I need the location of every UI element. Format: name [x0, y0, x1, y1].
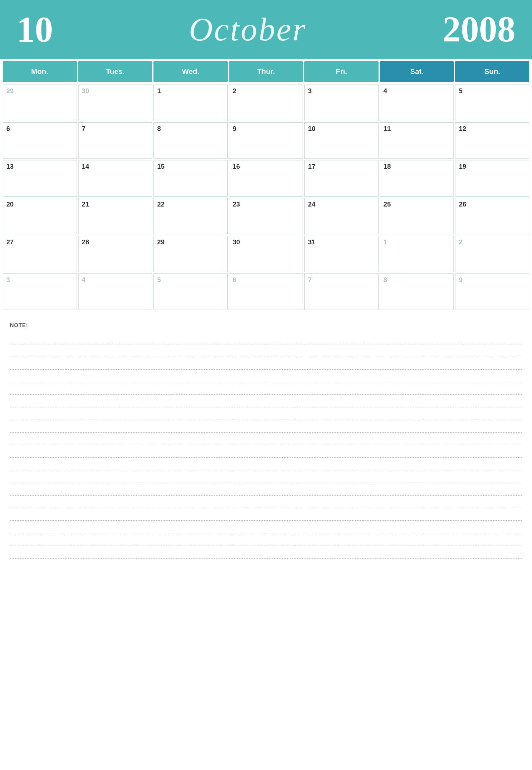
day-number: 11 — [384, 125, 391, 132]
day-number: 14 — [82, 163, 89, 170]
notes-line — [10, 458, 522, 470]
cal-cell-week5-day6: 9 — [455, 273, 529, 310]
day-number: 2 — [459, 238, 462, 246]
day-number: 9 — [233, 125, 236, 132]
cal-cell-week0-day6: 5 — [455, 85, 529, 121]
cal-cell-week5-day3: 6 — [229, 273, 303, 310]
day-number: 3 — [308, 87, 312, 94]
cal-cell-week3-day2: 22 — [153, 198, 228, 234]
cal-cell-week1-day4: 10 — [304, 122, 379, 159]
day-number: 30 — [82, 87, 89, 94]
cal-cell-week1-day3: 9 — [229, 122, 303, 159]
day-number: 1 — [157, 87, 161, 94]
cal-cell-week0-day5: 4 — [380, 85, 454, 121]
day-number: 2 — [233, 87, 236, 94]
cal-cell-week4-day3: 30 — [229, 236, 303, 272]
day-number: 6 — [6, 125, 10, 132]
notes-lines — [10, 332, 522, 559]
day-number: 12 — [459, 125, 466, 132]
cal-cell-week3-day3: 23 — [229, 198, 303, 234]
cal-cell-week4-day4: 31 — [304, 236, 379, 272]
cal-cell-week2-day6: 19 — [455, 160, 529, 197]
day-header-mon: Mon. — [3, 61, 77, 82]
day-number: 31 — [308, 238, 315, 246]
month-name: October — [189, 10, 307, 48]
cal-cell-week5-day0: 3 — [3, 273, 77, 310]
notes-line — [10, 420, 522, 433]
cal-cell-week3-day1: 21 — [78, 198, 152, 234]
day-number: 4 — [82, 276, 86, 283]
cal-cell-week2-day5: 18 — [380, 160, 454, 197]
day-header-thur: Thur. — [229, 61, 303, 82]
day-number: 9 — [459, 276, 462, 283]
cal-cell-week5-day1: 4 — [78, 273, 152, 310]
year: 2008 — [443, 8, 515, 50]
notes-line — [10, 445, 522, 458]
notes-label: NOTE: — [10, 323, 522, 328]
day-number: 7 — [82, 125, 86, 132]
notes-line — [10, 395, 522, 407]
day-number: 23 — [233, 201, 240, 208]
day-number: 4 — [384, 87, 387, 94]
day-number: 5 — [459, 87, 462, 94]
notes-line — [10, 344, 522, 357]
day-number: 8 — [384, 276, 387, 283]
day-number: 15 — [157, 163, 164, 170]
day-number: 17 — [308, 163, 315, 170]
cal-cell-week0-day2: 1 — [153, 85, 228, 121]
calendar-header: 10 October 2008 — [0, 0, 532, 59]
cal-cell-week2-day0: 13 — [3, 160, 77, 197]
cal-cell-week2-day1: 14 — [78, 160, 152, 197]
day-number: 30 — [233, 238, 240, 246]
day-number: 27 — [6, 238, 14, 246]
day-number: 29 — [157, 238, 164, 246]
day-number: 16 — [233, 163, 240, 170]
notes-line — [10, 546, 522, 559]
day-number: 5 — [157, 276, 161, 283]
cal-cell-week3-day0: 20 — [3, 198, 77, 234]
day-number: 20 — [6, 201, 14, 208]
cal-cell-week1-day2: 8 — [153, 122, 228, 159]
day-number: 25 — [384, 201, 391, 208]
notes-line — [10, 470, 522, 483]
notes-line — [10, 332, 522, 344]
cal-cell-week0-day3: 2 — [229, 85, 303, 121]
day-header-fri: Fri. — [304, 61, 379, 82]
notes-line — [10, 483, 522, 496]
cal-cell-week4-day6: 2 — [455, 236, 529, 272]
cal-cell-week0-day4: 3 — [304, 85, 379, 121]
day-number: 21 — [82, 201, 89, 208]
day-number: 10 — [308, 125, 315, 132]
cal-cell-week0-day1: 30 — [78, 85, 152, 121]
day-header-tues: Tues. — [78, 61, 152, 82]
cal-cell-week2-day2: 15 — [153, 160, 228, 197]
cal-cell-week5-day4: 7 — [304, 273, 379, 310]
notes-line — [10, 382, 522, 395]
cal-cell-week2-day4: 17 — [304, 160, 379, 197]
day-number: 13 — [6, 163, 14, 170]
day-header-sun: Sun. — [455, 61, 529, 82]
day-headers-row: Mon.Tues.Wed.Thur.Fri.Sat.Sun. — [0, 59, 532, 82]
cal-cell-week5-day2: 5 — [153, 273, 228, 310]
cal-cell-week1-day1: 7 — [78, 122, 152, 159]
notes-line — [10, 357, 522, 370]
notes-line — [10, 533, 522, 546]
notes-line — [10, 508, 522, 521]
day-number: 28 — [82, 238, 89, 246]
notes-line — [10, 433, 522, 445]
cal-cell-week2-day3: 16 — [229, 160, 303, 197]
cal-cell-week5-day5: 8 — [380, 273, 454, 310]
cal-cell-week0-day0: 29 — [3, 85, 77, 121]
day-number: 3 — [6, 276, 10, 283]
notes-line — [10, 521, 522, 533]
cal-cell-week3-day6: 26 — [455, 198, 529, 234]
notes-line — [10, 407, 522, 420]
day-number: 26 — [459, 201, 466, 208]
cal-cell-week3-day4: 24 — [304, 198, 379, 234]
notes-line — [10, 370, 522, 382]
cal-cell-week1-day5: 11 — [380, 122, 454, 159]
day-number: 19 — [459, 163, 466, 170]
day-number: 22 — [157, 201, 164, 208]
notes-line — [10, 496, 522, 508]
day-header-sat: Sat. — [380, 61, 454, 82]
